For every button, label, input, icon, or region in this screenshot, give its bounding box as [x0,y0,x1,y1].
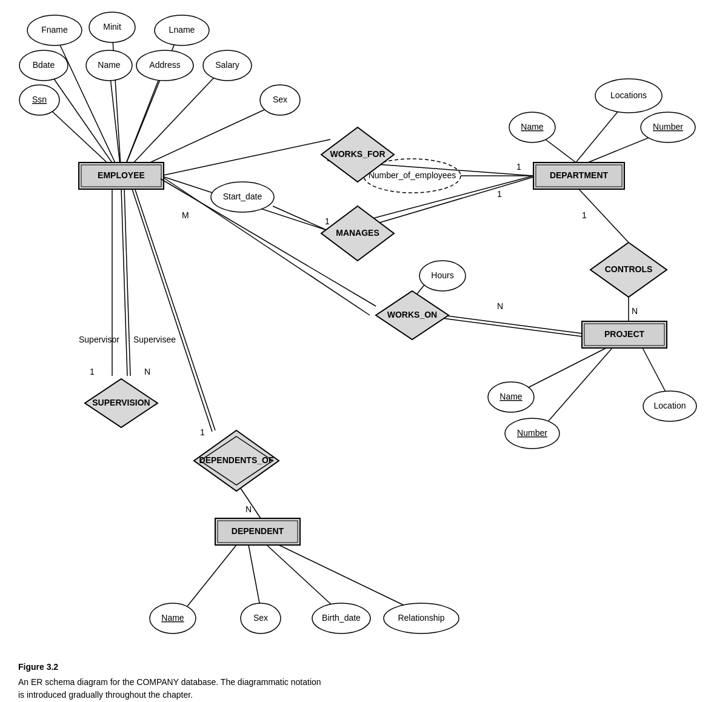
fname-label: Fname [41,25,68,35]
svg-line-15 [135,188,215,430]
supervision-1: 1 [90,367,95,376]
svg-line-74 [279,545,412,609]
supervision-rel: SUPERVISION [92,398,150,407]
salary-label: Salary [215,60,239,70]
svg-line-72 [267,545,336,609]
dept-number-label: Number [653,122,683,132]
dept-name-label: Name [521,122,544,132]
works-on-m: M [182,210,189,220]
figure-title: Figure 3.2 [18,661,710,674]
dependents-of-n: N [245,504,252,514]
svg-line-9 [161,139,330,176]
manages-1-left: 1 [325,216,330,226]
start-date-label: Start_date [223,192,262,201]
location-label: Location [654,401,686,410]
relationship-label: Relationship [398,613,444,623]
works-on-rel: WORKS_ON [387,310,437,319]
emp-name-label: Name [98,60,121,70]
works-on-n: N [497,301,503,311]
caption-line2: is introduced gradually throughout the c… [18,689,710,701]
supervision-n: N [144,367,150,376]
works-for-rel: WORKS_FOR [330,149,386,159]
manages-1-right: 1 [497,189,502,199]
dependent-entity: DEPENDENT [232,526,284,536]
svg-line-13 [124,188,130,376]
svg-line-70 [249,545,261,609]
project-entity: PROJECT [604,329,645,339]
bdate-label: Bdate [33,60,55,70]
minit-label: Minit [103,22,121,32]
lname-label: Lname [169,25,195,35]
dependents-of-1: 1 [200,427,205,437]
caption-line1: An ER schema diagram for the COMPANY dat… [18,676,710,689]
svg-line-52 [546,348,612,424]
supervisor-label: Supervisor [79,335,119,344]
svg-line-6 [121,67,224,176]
figure-caption: Figure 3.2 An ER schema diagram for the … [0,655,728,702]
department-entity: DEPARTMENT [550,170,609,180]
controls-n: N [632,306,638,316]
dep-name-label: Name [161,613,184,623]
svg-line-54 [643,348,667,394]
proj-number-label: Number [517,428,547,438]
dep-sex-label: Sex [253,613,268,623]
svg-line-68 [185,545,236,609]
locations-label: Locations [610,90,647,100]
svg-line-57 [442,315,582,333]
works-for-1: 1 [516,162,521,172]
hours-label: Hours [431,270,453,280]
proj-name-label: Name [499,392,523,401]
address-label: Address [149,60,180,70]
ssn-label: Ssn [32,95,47,104]
num-employees-label: Number_of_employees [369,170,456,180]
svg-line-3 [45,67,121,176]
supervisee-label: Supervisee [133,335,176,344]
dependents-of-rel: DEPENDENTS_OF [199,455,274,465]
manages-rel: MANAGES [336,228,379,238]
svg-line-58 [442,318,582,336]
sex-emp-label: Sex [273,95,287,104]
employee-entity: EMPLOYEE [98,170,145,180]
birth-date-label: Birth_date [322,613,361,623]
svg-line-38 [273,206,327,230]
er-diagram: .entity-rect { fill: #d0d0d0; stroke: #0… [0,0,728,655]
svg-line-12 [121,188,127,376]
controls-1: 1 [582,210,587,220]
controls-rel: CONTROLS [605,264,653,274]
